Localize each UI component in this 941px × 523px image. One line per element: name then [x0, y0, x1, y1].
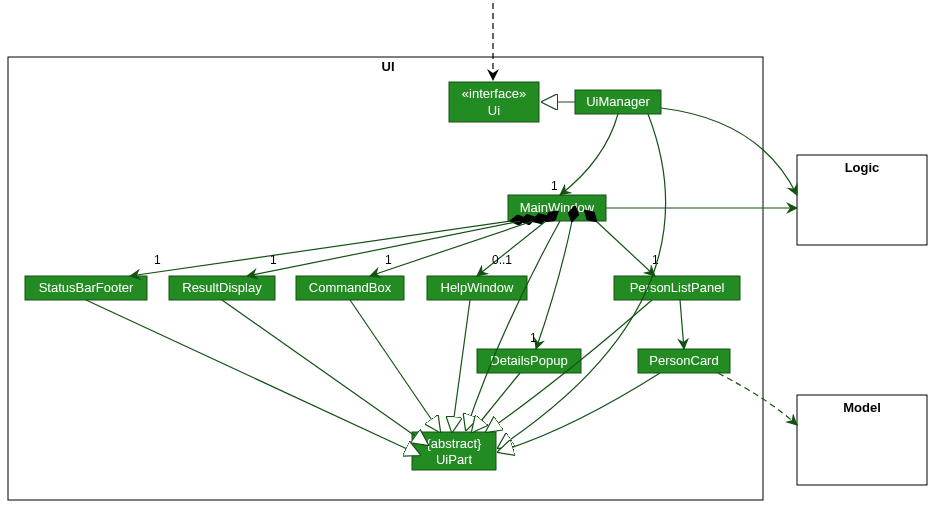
mult-resultdisplay: 1	[270, 253, 277, 267]
node-result-display: ResultDisplay	[169, 276, 275, 300]
node-ui-part: {abstract} UiPart	[412, 432, 496, 470]
edge-personcard-model	[718, 373, 797, 425]
mult-statusbar: 1	[154, 253, 161, 267]
edge-statusbar-uipart	[86, 300, 420, 455]
node-main-window: MainWindow	[508, 195, 606, 221]
node-command-box: CommandBox	[296, 276, 404, 300]
package-logic-label: Logic	[845, 160, 880, 175]
uml-diagram: UI Logic Model «interface» Ui UiManager …	[0, 0, 941, 523]
svg-text:«interface»: «interface»	[462, 86, 526, 101]
mult-helpwindow: 0..1	[492, 253, 512, 267]
edge-commandbox-uipart	[350, 300, 440, 432]
edge-personcard-uipart	[498, 373, 660, 452]
svg-text:MainWindow: MainWindow	[520, 200, 595, 215]
svg-text:{abstract}: {abstract}	[427, 436, 483, 451]
svg-text:HelpWindow: HelpWindow	[441, 280, 515, 295]
node-person-list-panel: PersonListPanel	[614, 276, 740, 300]
node-status-bar-footer: StatusBarFooter	[25, 276, 147, 300]
svg-text:CommandBox: CommandBox	[309, 280, 392, 295]
svg-text:Ui: Ui	[488, 103, 500, 118]
edge-helpwindow-uipart	[452, 300, 470, 432]
node-ui-manager: UiManager	[575, 90, 661, 114]
svg-text:UiPart: UiPart	[436, 452, 473, 467]
edge-mainwindow-statusbar	[130, 221, 511, 276]
svg-text:ResultDisplay: ResultDisplay	[182, 280, 262, 295]
edge-personlist-personcard	[680, 300, 684, 349]
node-help-window: HelpWindow	[427, 276, 527, 300]
svg-text:StatusBarFooter: StatusBarFooter	[39, 280, 134, 295]
mult-commandbox: 1	[385, 253, 392, 267]
svg-text:UiManager: UiManager	[586, 94, 650, 109]
edge-resultdisplay-uipart	[222, 300, 428, 445]
mult-detailspopup: 1	[530, 331, 537, 345]
package-model-label: Model	[843, 400, 881, 415]
edge-mainwindow-personlist	[596, 221, 655, 276]
svg-text:PersonCard: PersonCard	[649, 353, 718, 368]
edge-mainwindow-resultdisplay	[247, 221, 521, 276]
node-ui-interface: «interface» Ui	[449, 82, 539, 122]
svg-text:PersonListPanel: PersonListPanel	[630, 280, 725, 295]
package-ui-label: UI	[382, 59, 395, 74]
edge-uimanager-logic	[661, 108, 797, 195]
edge-detailspopup-uipart	[472, 373, 520, 432]
svg-text:DetailsPopup: DetailsPopup	[490, 353, 567, 368]
edge-mainwindow-detailspopup	[536, 221, 572, 349]
edge-uimanager-mainwindow	[560, 114, 618, 195]
node-person-card: PersonCard	[638, 349, 730, 373]
mult-mainwindow: 1	[551, 179, 558, 193]
edge-mainwindow-uipart	[466, 221, 560, 430]
